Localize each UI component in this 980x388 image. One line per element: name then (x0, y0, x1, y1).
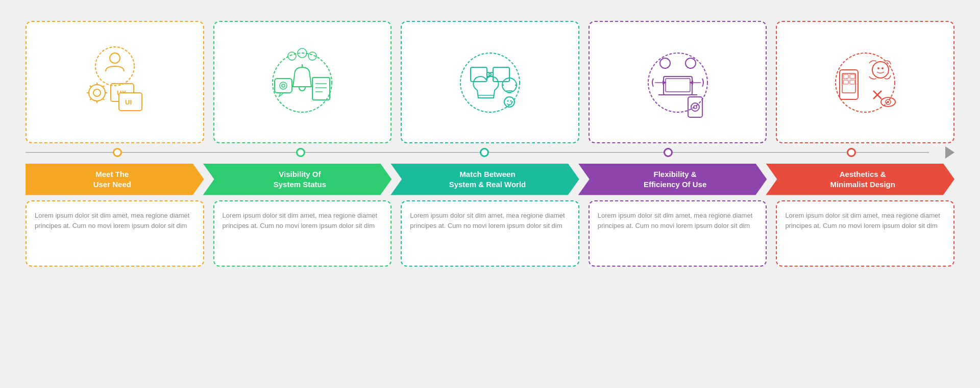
timeline-dot-1 (113, 148, 122, 157)
svg-rect-61 (850, 80, 855, 84)
timeline-dot-4 (664, 148, 673, 157)
notification-icon (261, 42, 343, 123)
dot-wrapper-1 (26, 148, 209, 157)
text-card-desc-1: Lorem ipsum dolor sit dim amet, mea regi… (35, 211, 195, 232)
text-card-desc-2: Lorem ipsum dolor sit dim amet, mea regi… (223, 211, 383, 232)
card-2 (213, 21, 392, 143)
puzzle-icon (449, 42, 531, 123)
dots-container (26, 148, 943, 157)
svg-point-24 (282, 84, 285, 87)
flexibility-icon (637, 42, 719, 123)
text-card-desc-5: Lorem ipsum dolor sit dim amet, mea regi… (785, 211, 945, 232)
svg-rect-48 (688, 97, 702, 117)
card-1: UX UI (26, 21, 204, 143)
text-card-5: Lorem ipsum dolor sit dim amet, mea regi… (776, 200, 954, 267)
text-card-desc-3: Lorem ipsum dolor sit dim amet, mea regi… (410, 211, 570, 232)
svg-rect-46 (666, 79, 690, 92)
svg-rect-18 (312, 77, 330, 100)
svg-marker-54 (689, 81, 693, 85)
ux-ui-icon: UX UI (74, 42, 156, 123)
arrow-banner-1: Meet The User Need (26, 164, 204, 195)
timeline-dot-2 (296, 148, 305, 157)
timeline-dot-3 (480, 148, 489, 157)
text-card-4: Lorem ipsum dolor sit dim amet, mea regi… (589, 200, 767, 267)
svg-point-69 (887, 101, 889, 103)
arrow-label-1: Meet The User Need (93, 169, 131, 189)
svg-point-28 (460, 53, 520, 112)
svg-rect-57 (842, 73, 855, 93)
card-3 (401, 21, 579, 143)
text-card-1: Lorem ipsum dolor sit dim amet, mea regi… (26, 200, 204, 267)
timeline-dot-5 (847, 148, 856, 157)
text-card-3: Lorem ipsum dolor sit dim amet, mea regi… (401, 200, 579, 267)
svg-point-49 (691, 103, 699, 111)
svg-line-10 (103, 86, 104, 87)
svg-rect-59 (850, 74, 855, 79)
svg-point-64 (881, 67, 884, 69)
svg-point-63 (877, 67, 879, 69)
svg-line-11 (90, 98, 91, 100)
svg-rect-29 (471, 67, 487, 82)
cards-row: UX UI (26, 21, 954, 143)
svg-line-9 (103, 98, 104, 100)
svg-rect-30 (493, 67, 509, 82)
svg-point-41 (510, 100, 511, 101)
dot-wrapper-4 (576, 148, 760, 157)
svg-line-8 (90, 86, 91, 87)
text-cards-row: Lorem ipsum dolor sit dim amet, mea regi… (26, 200, 954, 267)
arrow-label-2: Visibility Of System Status (274, 169, 326, 189)
svg-point-43 (660, 58, 670, 68)
svg-rect-58 (843, 74, 848, 79)
arrow-label-3: Match Between System & Real World (449, 169, 526, 189)
svg-point-62 (872, 62, 889, 78)
svg-point-25 (288, 52, 296, 60)
svg-point-1 (110, 53, 120, 63)
svg-rect-22 (275, 79, 292, 93)
aesthetics-icon (824, 42, 906, 123)
svg-rect-60 (843, 80, 848, 84)
dot-wrapper-5 (760, 148, 943, 157)
arrow-banner-2: Visibility Of System Status (203, 164, 392, 195)
text-card-desc-4: Lorem ipsum dolor sit dim amet, mea regi… (598, 211, 758, 232)
arrows-row: Meet The User Need Visibility Of System … (26, 164, 954, 195)
timeline-wrapper (26, 146, 954, 159)
timeline-arrow-end (945, 146, 954, 159)
svg-text:UI: UI (125, 98, 132, 106)
infographic-container: UX UI (26, 21, 954, 368)
arrow-label-5: Aesthetics & Minimalist Design (830, 169, 895, 189)
dot-wrapper-3 (393, 148, 576, 157)
card-4 (589, 21, 767, 143)
svg-point-44 (685, 58, 696, 68)
svg-point-3 (93, 89, 101, 96)
dot-wrapper-2 (209, 148, 393, 157)
arrow-banner-3: Match Between System & Real World (390, 164, 579, 195)
text-card-2: Lorem ipsum dolor sit dim amet, mea regi… (213, 200, 392, 267)
arrow-label-4: Flexibility & Efficiency Of Use (644, 169, 706, 189)
svg-point-23 (280, 82, 287, 89)
svg-point-40 (507, 100, 508, 101)
arrow-banner-4: Flexibility & Efficiency Of Use (578, 164, 767, 195)
card-5 (776, 21, 954, 143)
arrow-banner-5: Aesthetics & Minimalist Design (766, 164, 954, 195)
svg-marker-53 (663, 81, 667, 85)
